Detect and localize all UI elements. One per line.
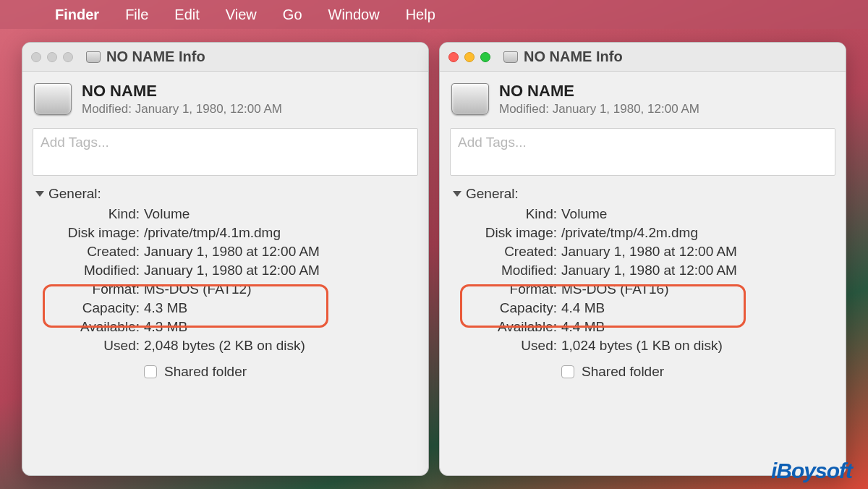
kind-label: Kind: — [456, 206, 557, 222]
diskimage-label: Disk image: — [38, 225, 140, 241]
capacity-value: 4.3 MB — [144, 300, 415, 316]
created-label: Created: — [38, 244, 140, 260]
available-label: Available: — [38, 319, 140, 335]
modified-label: Modified: — [456, 263, 557, 278]
kind-value: Volume — [144, 206, 415, 222]
diskimage-label: Disk image: — [456, 225, 557, 241]
shared-folder-checkbox[interactable] — [144, 365, 157, 378]
modified-value: January 1, 1980 at 12:00 AM — [144, 263, 415, 278]
menu-view[interactable]: View — [217, 7, 265, 23]
menu-help[interactable]: Help — [397, 7, 444, 23]
used-label: Used: — [38, 338, 140, 354]
drive-icon — [451, 83, 489, 115]
capacity-label: Capacity: — [456, 300, 557, 316]
menubar-app[interactable]: Finder — [46, 7, 108, 23]
available-value: 4.4 MB — [561, 319, 833, 335]
shared-folder-row: Shared folder — [453, 354, 833, 380]
volume-name: NO NAME — [82, 82, 282, 101]
shared-folder-checkbox[interactable] — [561, 365, 574, 378]
created-value: January 1, 1980 at 12:00 AM — [144, 244, 415, 260]
minimize-icon[interactable] — [464, 52, 475, 62]
used-value: 2,048 bytes (2 KB on disk) — [144, 338, 415, 354]
diskimage-value: /private/tmp/4.2m.dmg — [561, 225, 833, 241]
tags-input[interactable]: Add Tags... — [33, 128, 418, 176]
menubar: Finder File Edit View Go Window Help — [0, 0, 868, 29]
shared-folder-label: Shared folder — [582, 364, 664, 380]
close-icon[interactable] — [448, 52, 459, 62]
section-header-general[interactable]: General: — [453, 186, 833, 202]
watermark-logo: iBoysoft — [771, 459, 852, 483]
minimize-icon[interactable] — [47, 52, 57, 62]
format-label: Format: — [456, 281, 557, 297]
capacity-label: Capacity: — [38, 300, 140, 316]
used-value: 1,024 bytes (1 KB on disk) — [561, 338, 833, 354]
available-label: Available: — [456, 319, 557, 335]
general-section: General: Kind: Volume Disk image: /priva… — [22, 179, 428, 384]
menu-file[interactable]: File — [116, 7, 157, 23]
available-value: 4.3 MB — [144, 319, 415, 335]
format-value: MS-DOS (FAT12) — [144, 281, 415, 297]
created-value: January 1, 1980 at 12:00 AM — [561, 244, 833, 260]
menu-window[interactable]: Window — [320, 7, 388, 23]
info-window-left: NO NAME Info NO NAME Modified: January 1… — [22, 42, 429, 476]
menu-edit[interactable]: Edit — [166, 7, 208, 23]
diskimage-value: /private/tmp/4.1m.dmg — [144, 225, 415, 241]
kind-value: Volume — [561, 206, 833, 222]
volume-header: NO NAME Modified: January 1, 1980, 12:00… — [22, 72, 428, 124]
chevron-down-icon — [453, 191, 461, 197]
format-value: MS-DOS (FAT16) — [561, 281, 833, 297]
capacity-value: 4.4 MB — [561, 300, 833, 316]
format-label: Format: — [38, 281, 140, 297]
volume-name: NO NAME — [499, 82, 699, 101]
section-label: General: — [48, 186, 101, 202]
modified-summary: Modified: January 1, 1980, 12:00 AM — [499, 102, 699, 116]
general-fields: Kind: Volume Disk image: /private/tmp/4.… — [453, 206, 833, 354]
chevron-down-icon — [35, 191, 44, 197]
zoom-icon[interactable] — [63, 52, 73, 62]
kind-label: Kind: — [38, 206, 140, 222]
tags-input[interactable]: Add Tags... — [450, 128, 835, 176]
traffic-lights — [448, 52, 490, 62]
window-title: NO NAME Info — [524, 48, 623, 65]
shared-folder-row: Shared folder — [35, 354, 415, 380]
window-title: NO NAME Info — [106, 48, 205, 65]
traffic-lights — [31, 52, 73, 62]
zoom-icon[interactable] — [480, 52, 490, 62]
titlebar[interactable]: NO NAME Info — [22, 43, 428, 72]
created-label: Created: — [456, 244, 557, 260]
menu-go[interactable]: Go — [274, 7, 311, 23]
section-label: General: — [466, 186, 519, 202]
drive-icon — [34, 83, 72, 115]
modified-value: January 1, 1980 at 12:00 AM — [561, 263, 833, 278]
shared-folder-label: Shared folder — [164, 364, 247, 380]
modified-summary: Modified: January 1, 1980, 12:00 AM — [82, 102, 282, 116]
close-icon[interactable] — [31, 52, 41, 62]
modified-label: Modified: — [38, 263, 140, 278]
info-window-right: NO NAME Info NO NAME Modified: January 1… — [439, 42, 846, 476]
general-fields: Kind: Volume Disk image: /private/tmp/4.… — [35, 206, 415, 354]
used-label: Used: — [456, 338, 557, 354]
drive-icon — [86, 51, 101, 63]
section-header-general[interactable]: General: — [35, 186, 415, 202]
titlebar[interactable]: NO NAME Info — [440, 43, 846, 72]
volume-header: NO NAME Modified: January 1, 1980, 12:00… — [440, 72, 846, 124]
drive-icon — [503, 51, 518, 63]
general-section: General: Kind: Volume Disk image: /priva… — [440, 179, 846, 384]
